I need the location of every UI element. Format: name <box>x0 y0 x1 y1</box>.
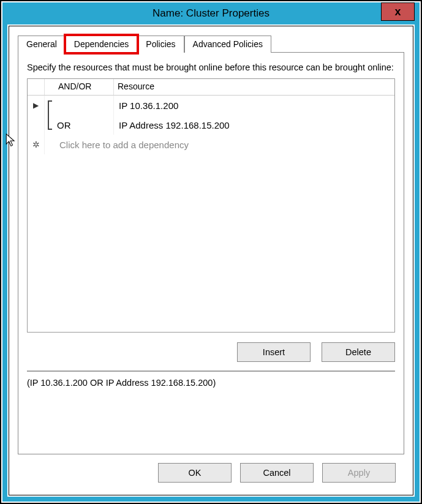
delete-button[interactable]: Delete <box>322 342 395 362</box>
cell-andor[interactable] <box>55 96 114 115</box>
group-bracket-spacer <box>45 135 55 154</box>
properties-dialog: Name: Cluster Properties x General Depen… <box>2 2 420 502</box>
close-icon: x <box>394 6 401 18</box>
instruction-text: Specify the resources that must be broug… <box>27 61 395 73</box>
grid-row[interactable]: OR IP Address 192.168.15.200 <box>28 115 394 135</box>
cancel-button[interactable]: Cancel <box>240 463 314 483</box>
group-bracket-icon <box>45 115 55 135</box>
new-row-icon: ✲ <box>32 140 40 149</box>
grid-empty-area <box>28 154 394 332</box>
cell-resource[interactable]: IP 10.36.1.200 <box>114 96 394 115</box>
group-bracket-icon <box>45 96 55 115</box>
dependency-expression: (IP 10.36.1.200 OR IP Address 192.168.15… <box>27 378 395 388</box>
tab-general[interactable]: General <box>18 36 66 53</box>
divider <box>27 370 395 372</box>
insert-button[interactable]: Insert <box>237 342 311 362</box>
grid-new-row[interactable]: ✲ Click here to add a dependency <box>28 135 394 154</box>
grid-header-andor[interactable]: AND/OR <box>55 79 114 95</box>
dependencies-grid[interactable]: AND/OR Resource ▶ IP 10.36.1.200 OR IP A… <box>27 78 395 333</box>
dialog-actions: OK Cancel Apply <box>18 454 404 486</box>
grid-header-marker <box>28 79 45 95</box>
tab-policies[interactable]: Policies <box>137 36 184 53</box>
window-title: Name: Cluster Properties <box>7 7 415 20</box>
current-row-icon: ▶ <box>33 101 39 110</box>
grid-actions: Insert Delete <box>27 342 395 362</box>
close-button[interactable]: x <box>381 2 415 21</box>
row-marker: ✲ <box>28 135 45 154</box>
grid-header-resource[interactable]: Resource <box>114 79 394 95</box>
grid-row[interactable]: ▶ IP 10.36.1.200 <box>28 96 394 115</box>
cell-andor[interactable]: OR <box>55 115 114 135</box>
cell-resource[interactable]: IP Address 192.168.15.200 <box>114 115 394 135</box>
tab-panel-dependencies: Specify the resources that must be broug… <box>18 52 404 454</box>
tab-advanced-policies[interactable]: Advanced Policies <box>184 36 271 53</box>
apply-button[interactable]: Apply <box>322 463 396 483</box>
titlebar[interactable]: Name: Cluster Properties x <box>7 2 415 24</box>
tab-strip: General Dependencies Policies Advanced P… <box>18 35 404 52</box>
row-marker <box>28 115 45 135</box>
grid-header-bracket <box>45 79 55 95</box>
row-marker: ▶ <box>28 96 45 115</box>
content-area: General Dependencies Policies Advanced P… <box>9 26 413 495</box>
tab-dependencies[interactable]: Dependencies <box>66 36 138 53</box>
grid-header: AND/OR Resource <box>28 79 394 96</box>
cell-placeholder[interactable]: Click here to add a dependency <box>55 135 394 154</box>
ok-button[interactable]: OK <box>158 463 232 483</box>
